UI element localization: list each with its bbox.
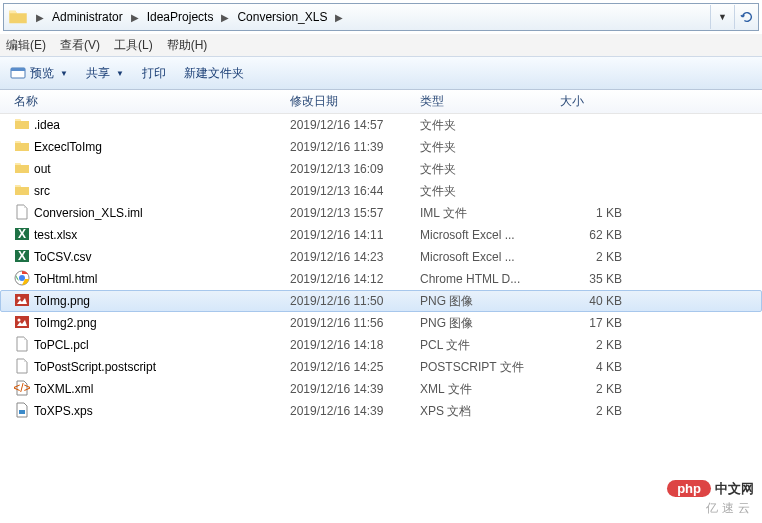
file-size: 2 KB xyxy=(560,382,640,396)
chevron-right-icon: ▶ xyxy=(331,12,347,23)
chevron-down-icon: ▼ xyxy=(60,69,68,78)
file-date: 2019/12/16 14:25 xyxy=(290,360,420,374)
file-name: ToPCL.pcl xyxy=(34,338,89,352)
menu-edit[interactable]: 编辑(E) xyxy=(6,37,46,54)
image-icon xyxy=(14,314,30,333)
file-row[interactable]: src2019/12/13 16:44文件夹 xyxy=(0,180,762,202)
file-name: ExceclToImg xyxy=(34,140,102,154)
svg-point-7 xyxy=(19,275,25,281)
menu-tools[interactable]: 工具(L) xyxy=(114,37,153,54)
refresh-icon xyxy=(740,10,754,24)
file-name: ToHtml.html xyxy=(34,272,97,286)
excel-icon: X xyxy=(14,248,30,267)
share-label: 共享 xyxy=(86,65,110,82)
folder-icon xyxy=(14,182,30,201)
file-row[interactable]: Conversion_XLS.iml2019/12/13 15:57IML 文件… xyxy=(0,202,762,224)
xps-icon xyxy=(14,402,30,421)
file-size: 2 KB xyxy=(560,338,640,352)
file-name: ToImg.png xyxy=(34,294,90,308)
file-name: test.xlsx xyxy=(34,228,77,242)
file-date: 2019/12/16 14:57 xyxy=(290,118,420,132)
file-date: 2019/12/16 14:12 xyxy=(290,272,420,286)
watermark: php中文网 亿速云 xyxy=(667,480,754,517)
file-row[interactable]: ToXPS.xps2019/12/16 14:39XPS 文档2 KB xyxy=(0,400,762,422)
dropdown-button[interactable]: ▼ xyxy=(710,5,734,29)
file-type: 文件夹 xyxy=(420,183,560,200)
file-size: 17 KB xyxy=(560,316,640,330)
toolbar: 预览 ▼ 共享 ▼ 打印 新建文件夹 xyxy=(0,56,762,90)
file-list: .idea2019/12/16 14:57文件夹ExceclToImg2019/… xyxy=(0,114,762,422)
file-row[interactable]: Xtest.xlsx2019/12/16 14:11Microsoft Exce… xyxy=(0,224,762,246)
file-row[interactable]: .idea2019/12/16 14:57文件夹 xyxy=(0,114,762,136)
file-date: 2019/12/16 11:39 xyxy=(290,140,420,154)
file-date: 2019/12/16 14:18 xyxy=(290,338,420,352)
preview-button[interactable]: 预览 ▼ xyxy=(10,65,68,82)
file-type: 文件夹 xyxy=(420,117,560,134)
folder-icon xyxy=(8,7,28,27)
watermark-php: php xyxy=(667,480,711,497)
watermark-sub: 亿速云 xyxy=(667,500,754,517)
file-type: IML 文件 xyxy=(420,205,560,222)
file-row[interactable]: ToPostScript.postscript2019/12/16 14:25P… xyxy=(0,356,762,378)
header-size[interactable]: 大小 xyxy=(560,93,640,110)
file-row[interactable]: </>ToXML.xml2019/12/16 14:39XML 文件2 KB xyxy=(0,378,762,400)
chevron-right-icon: ▶ xyxy=(127,12,143,23)
menu-help[interactable]: 帮助(H) xyxy=(167,37,208,54)
file-date: 2019/12/13 16:44 xyxy=(290,184,420,198)
file-row[interactable]: ToImg2.png2019/12/16 11:56PNG 图像17 KB xyxy=(0,312,762,334)
new-folder-button[interactable]: 新建文件夹 xyxy=(184,65,244,82)
file-row[interactable]: ToImg.png2019/12/16 11:50PNG 图像40 KB xyxy=(0,290,762,312)
file-type: XML 文件 xyxy=(420,381,560,398)
file-row[interactable]: ToPCL.pcl2019/12/16 14:18PCL 文件2 KB xyxy=(0,334,762,356)
file-row[interactable]: ToHtml.html2019/12/16 14:12Chrome HTML D… xyxy=(0,268,762,290)
breadcrumb-item[interactable]: Administrator xyxy=(48,8,127,26)
excel-icon: X xyxy=(14,226,30,245)
menu-view[interactable]: 查看(V) xyxy=(60,37,100,54)
file-size: 4 KB xyxy=(560,360,640,374)
file-date: 2019/12/13 16:09 xyxy=(290,162,420,176)
header-date[interactable]: 修改日期 xyxy=(290,93,420,110)
xml-icon: </> xyxy=(14,380,30,399)
svg-rect-13 xyxy=(19,410,25,414)
header-name[interactable]: 名称 xyxy=(0,93,290,110)
breadcrumb-item[interactable]: Conversion_XLS xyxy=(233,8,331,26)
print-button[interactable]: 打印 xyxy=(142,65,166,82)
header-type[interactable]: 类型 xyxy=(420,93,560,110)
share-button[interactable]: 共享 ▼ xyxy=(86,65,124,82)
file-size: 35 KB xyxy=(560,272,640,286)
file-row[interactable]: out2019/12/13 16:09文件夹 xyxy=(0,158,762,180)
chevron-down-icon: ▼ xyxy=(718,12,727,22)
file-size: 2 KB xyxy=(560,404,640,418)
chevron-down-icon: ▼ xyxy=(116,69,124,78)
file-date: 2019/12/16 11:56 xyxy=(290,316,420,330)
file-size: 62 KB xyxy=(560,228,640,242)
svg-point-11 xyxy=(18,318,21,321)
file-date: 2019/12/16 11:50 xyxy=(290,294,420,308)
file-date: 2019/12/16 14:39 xyxy=(290,404,420,418)
file-size: 1 KB xyxy=(560,206,640,220)
file-name: Conversion_XLS.iml xyxy=(34,206,143,220)
svg-rect-1 xyxy=(11,68,25,71)
file-name: src xyxy=(34,184,50,198)
breadcrumb[interactable]: ▶ Administrator ▶ IdeaProjects ▶ Convers… xyxy=(3,3,759,31)
svg-text:X: X xyxy=(18,227,26,241)
file-type: 文件夹 xyxy=(420,161,560,178)
file-type: Microsoft Excel ... xyxy=(420,228,560,242)
file-icon xyxy=(14,358,30,377)
refresh-button[interactable] xyxy=(734,5,758,29)
file-type: PNG 图像 xyxy=(420,315,560,332)
svg-text:X: X xyxy=(18,249,26,263)
watermark-cn: 中文网 xyxy=(715,481,754,496)
file-date: 2019/12/16 14:11 xyxy=(290,228,420,242)
file-name: ToXPS.xps xyxy=(34,404,93,418)
file-name: .idea xyxy=(34,118,60,132)
file-name: ToImg2.png xyxy=(34,316,97,330)
file-type: PNG 图像 xyxy=(420,293,560,310)
file-row[interactable]: ExceclToImg2019/12/16 11:39文件夹 xyxy=(0,136,762,158)
file-row[interactable]: XToCSV.csv2019/12/16 14:23Microsoft Exce… xyxy=(0,246,762,268)
print-label: 打印 xyxy=(142,65,166,82)
file-icon xyxy=(14,204,30,223)
breadcrumb-item[interactable]: IdeaProjects xyxy=(143,8,218,26)
image-icon xyxy=(14,292,30,311)
file-date: 2019/12/16 14:39 xyxy=(290,382,420,396)
